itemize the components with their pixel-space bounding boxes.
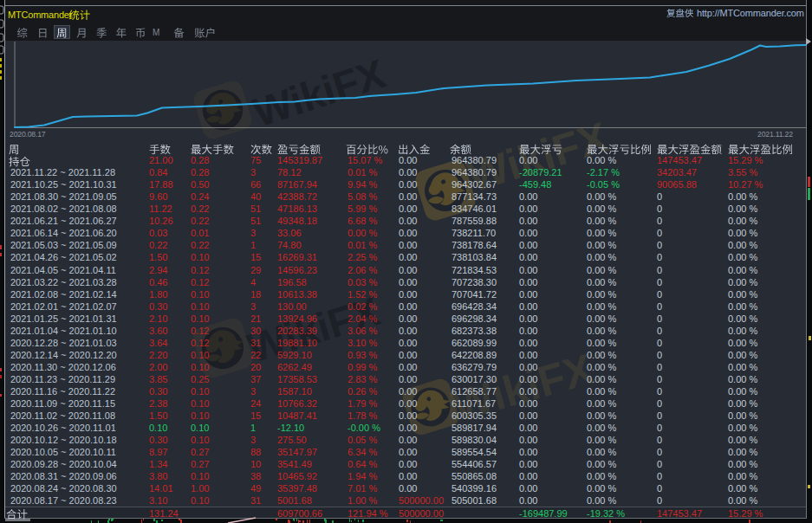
svg-text:WikiFX: WikiFX [248,50,391,136]
